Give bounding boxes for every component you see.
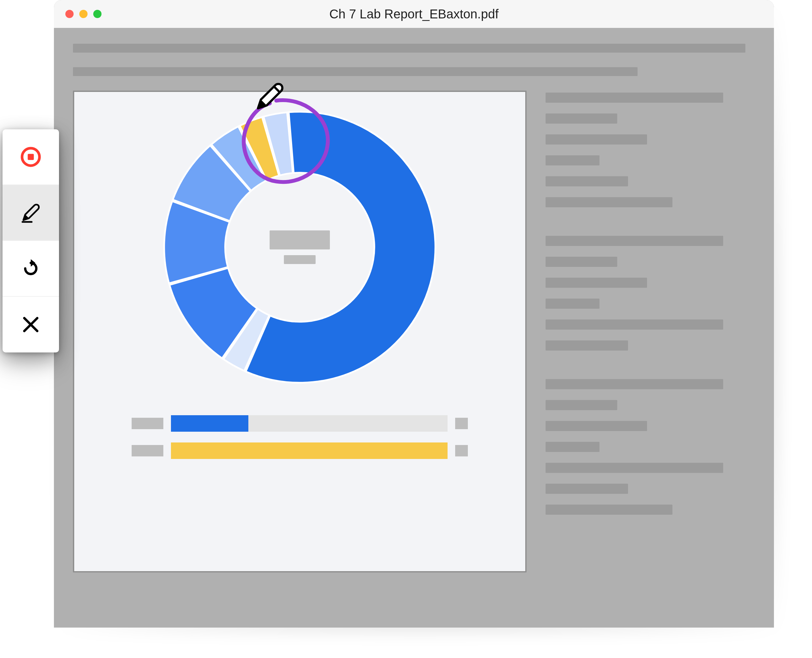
legend-value bbox=[455, 418, 468, 429]
text-line bbox=[545, 257, 617, 267]
text-line bbox=[545, 340, 628, 351]
text-line bbox=[545, 155, 600, 166]
text-line bbox=[545, 463, 723, 473]
legend-value bbox=[455, 445, 468, 456]
legend-label bbox=[132, 418, 163, 429]
text-line bbox=[545, 400, 617, 410]
document-page[interactable] bbox=[73, 91, 526, 572]
text-line bbox=[545, 176, 628, 186]
text-line bbox=[545, 135, 647, 144]
progress-fill bbox=[171, 415, 248, 432]
close-button[interactable] bbox=[3, 297, 59, 352]
text-line bbox=[545, 421, 647, 431]
legend bbox=[132, 415, 468, 459]
record-button[interactable] bbox=[3, 129, 59, 185]
pencil-icon bbox=[20, 202, 42, 224]
text-line bbox=[545, 197, 672, 207]
progress-fill bbox=[171, 442, 448, 459]
text-line bbox=[545, 278, 647, 288]
window-title: Ch 7 Lab Report_EBaxton.pdf bbox=[329, 7, 499, 21]
progress-track bbox=[171, 442, 448, 459]
record-icon bbox=[20, 146, 41, 168]
legend-label bbox=[132, 445, 163, 456]
redo-icon bbox=[20, 257, 42, 280]
donut-center-label bbox=[270, 230, 330, 264]
text-line bbox=[73, 67, 638, 76]
text-line bbox=[545, 442, 600, 452]
titlebar: Ch 7 Lab Report_EBaxton.pdf bbox=[54, 0, 774, 28]
text-line bbox=[73, 44, 745, 53]
text-line bbox=[545, 504, 672, 515]
legend-row bbox=[132, 442, 468, 459]
document-area bbox=[54, 28, 774, 628]
legend-row bbox=[132, 415, 468, 432]
app-window: Ch 7 Lab Report_EBaxton.pdf bbox=[54, 0, 774, 628]
side-text-column bbox=[545, 91, 755, 572]
text-line bbox=[545, 320, 723, 330]
draw-button[interactable] bbox=[3, 185, 59, 241]
progress-track bbox=[171, 415, 448, 432]
svg-rect-2 bbox=[28, 154, 34, 160]
annotation-toolbar bbox=[3, 129, 59, 352]
window-close-button[interactable] bbox=[65, 10, 74, 18]
text-line bbox=[545, 484, 628, 494]
traffic-lights bbox=[65, 10, 102, 18]
heading-placeholder bbox=[73, 44, 755, 76]
value-placeholder bbox=[270, 230, 330, 249]
donut-chart bbox=[157, 105, 443, 390]
text-line bbox=[545, 299, 600, 309]
value-placeholder bbox=[284, 255, 316, 264]
window-minimize-button[interactable] bbox=[79, 10, 88, 18]
text-line bbox=[545, 113, 617, 124]
close-icon bbox=[20, 313, 42, 336]
pencil-cursor-icon bbox=[252, 79, 287, 114]
text-line bbox=[545, 379, 723, 389]
window-maximize-button[interactable] bbox=[93, 10, 102, 18]
text-line bbox=[545, 92, 723, 103]
text-line bbox=[545, 236, 723, 246]
redo-button[interactable] bbox=[3, 241, 59, 297]
